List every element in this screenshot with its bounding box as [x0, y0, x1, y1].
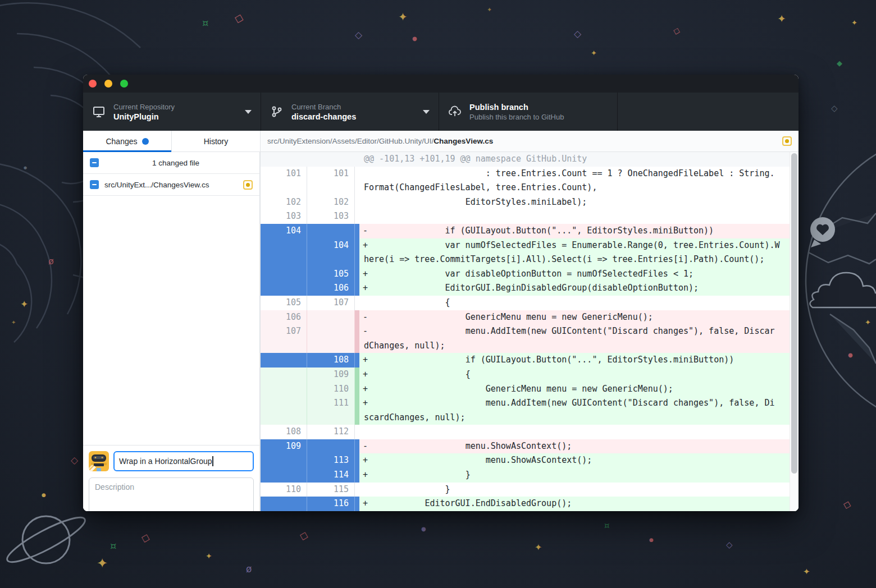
select-all-checkbox[interactable]	[90, 158, 99, 167]
diff-code-cell: + if (GUILayout.Button("...", EditorStyl…	[359, 353, 799, 368]
diff-code-cell: }	[359, 483, 799, 497]
publish-branch-title: Publish branch	[469, 103, 608, 112]
diff-sign: +	[363, 468, 368, 483]
gutter-stripe	[355, 267, 359, 282]
tab-history-label: History	[204, 137, 229, 146]
old-line-number: 110	[261, 483, 307, 497]
diff-scrollbar-thumb[interactable]	[791, 153, 797, 474]
chevron-down-icon	[423, 110, 430, 114]
current-branch-dropdown[interactable]: Current Branch discard-changes	[261, 93, 439, 131]
diff-sign: +	[363, 238, 368, 253]
diff-code-cell: + {	[359, 368, 799, 382]
tab-changes-label: Changes	[106, 137, 137, 146]
gutter-stripe	[355, 396, 359, 425]
new-line-number: 112	[307, 425, 355, 439]
close-button[interactable]	[89, 80, 97, 88]
diff-code-cell	[359, 425, 799, 439]
diff-hunk-header[interactable]: @@ -101,13 +101,19 @@ namespace GitHub.U…	[261, 152, 799, 167]
diff-line[interactable]: 104+ var numOfSelectedFiles = Enumerable…	[261, 238, 799, 267]
diff-line[interactable]: 111+ menu.AddItem(new GUIContent("Discar…	[261, 396, 799, 425]
new-line-number: 101	[307, 167, 355, 195]
gutter-stripe	[355, 382, 359, 397]
file-checkbox[interactable]	[90, 180, 99, 189]
gutter-stripe	[355, 224, 359, 238]
diff-sign: +	[363, 353, 368, 368]
diff-code-cell: - menu.AddItem(new GUIContent("Discard c…	[359, 324, 799, 353]
diff-line[interactable]: 113+ menu.ShowAsContext();	[261, 453, 799, 468]
diff-line[interactable]: 108+ if (GUILayout.Button("...", EditorS…	[261, 353, 799, 368]
current-repository-value: UnityPlugin	[113, 112, 239, 121]
diff-code-cell: + EditorGUI.BeginDisabledGroup(disableOp…	[359, 281, 799, 296]
diff-line[interactable]: 110+ GenericMenu menu = new GenericMenu(…	[261, 382, 799, 397]
diff-line[interactable]: 107- menu.AddItem(new GUIContent("Discar…	[261, 324, 799, 353]
diff-code-cell: + GenericMenu menu = new GenericMenu();	[359, 382, 799, 397]
diff-sign: +	[363, 453, 368, 468]
old-line-number	[261, 382, 307, 397]
new-line-number	[307, 439, 355, 454]
old-line-number: 104	[261, 224, 307, 238]
diff-code-text: {	[359, 296, 780, 310]
new-line-number: 104	[307, 238, 355, 267]
diff-line[interactable]: 108112	[261, 425, 799, 439]
diff-scrollbar-track[interactable]	[790, 152, 799, 511]
file-path-prefix: src/UnityExtension/Assets/Editor/GitHub.…	[267, 137, 434, 145]
diff-code-text: if (GUILayout.Button("...", EditorStyles…	[359, 353, 780, 368]
diff-line[interactable]: 105+ var disableOptionButton = numOfSele…	[261, 267, 799, 282]
new-line-number: 109	[307, 368, 355, 382]
diff-line[interactable]: 101101 : tree.Entries.Count == 1 ? OneCh…	[261, 167, 799, 195]
diff-line[interactable]: 106- GenericMenu menu = new GenericMenu(…	[261, 310, 799, 325]
cloud-doodle	[810, 273, 876, 307]
changes-badge-dot	[142, 138, 149, 145]
new-line-number: 111	[307, 396, 355, 425]
diff-line[interactable]: 105107 {	[261, 296, 799, 310]
file-path: src/UnityExt.../ChangesView.cs	[104, 181, 243, 189]
diff-code-cell: : tree.Entries.Count == 1 ? OneChangedFi…	[359, 167, 799, 195]
diff-code-text: {	[359, 368, 780, 382]
diff-line[interactable]: 116+ EditorGUI.EndDisabledGroup();	[261, 497, 799, 511]
diff-code-text: var numOfSelectedFiles = Enumerable.Rang…	[359, 238, 780, 267]
diff-line[interactable]: 109- menu.ShowAsContext();	[261, 439, 799, 454]
diff-line[interactable]: 106+ EditorGUI.BeginDisabledGroup(disabl…	[261, 281, 799, 296]
diff-line[interactable]: 102102 EditorStyles.miniLabel);	[261, 195, 799, 210]
diff-code-text: GenericMenu menu = new GenericMenu();	[359, 382, 780, 397]
tab-history[interactable]: History	[171, 131, 260, 151]
diff-code-text: menu.ShowAsContext();	[359, 439, 780, 454]
current-repository-dropdown[interactable]: Current Repository UnityPlugin	[83, 93, 261, 131]
gutter-stripe	[355, 353, 359, 368]
diff-code-cell: {	[359, 296, 799, 310]
diff-code-text: : tree.Entries.Count == 1 ? OneChangedFi…	[359, 167, 780, 195]
diff-line[interactable]: 104- if (GUILayout.Button("...", EditorS…	[261, 224, 799, 238]
old-line-number	[261, 238, 307, 267]
diff-line[interactable]: 110115 }	[261, 483, 799, 497]
diff-sign: +	[363, 368, 368, 382]
old-line-number: 103	[261, 209, 307, 224]
changed-files-summary-row[interactable]: 1 changed file	[83, 152, 259, 174]
new-line-number: 108	[307, 353, 355, 368]
old-line-number: 106	[261, 310, 307, 325]
old-line-number	[261, 267, 307, 282]
changed-file-list: src/UnityExt.../ChangesView.cs	[83, 174, 259, 196]
commit-summary-input[interactable]: Wrap in a HorizontalGroup	[113, 451, 254, 471]
diff-line[interactable]: 114+ }	[261, 468, 799, 483]
diff-line[interactable]: 103103	[261, 209, 799, 224]
tab-changes[interactable]: Changes	[83, 131, 171, 151]
maximize-button[interactable]	[120, 80, 128, 88]
old-line-number	[261, 353, 307, 368]
gutter-stripe	[355, 167, 359, 195]
commit-summary-text: Wrap in a HorizontalGroup	[119, 457, 212, 466]
publish-branch-button[interactable]: Publish branch Publish this branch to Gi…	[439, 93, 618, 131]
gutter-stripe	[355, 425, 359, 439]
diff-sign: +	[363, 497, 368, 511]
file-path-name: ChangesView.cs	[434, 137, 493, 145]
diff-code-text: menu.AddItem(new GUIContent("Discard cha…	[359, 324, 780, 353]
diff-code-cell: EditorStyles.miniLabel);	[359, 195, 799, 210]
gutter-stripe	[355, 152, 359, 167]
changed-file-row[interactable]: src/UnityExt.../ChangesView.cs	[83, 174, 259, 196]
diff-line[interactable]: 109+ {	[261, 368, 799, 382]
diff-sign: +	[363, 267, 368, 282]
current-branch-label: Current Branch	[291, 103, 417, 111]
commit-description-input[interactable]: Description	[89, 477, 254, 511]
old-line-number: 101	[261, 167, 307, 195]
modified-status-icon	[243, 180, 253, 190]
minimize-button[interactable]	[104, 80, 112, 88]
